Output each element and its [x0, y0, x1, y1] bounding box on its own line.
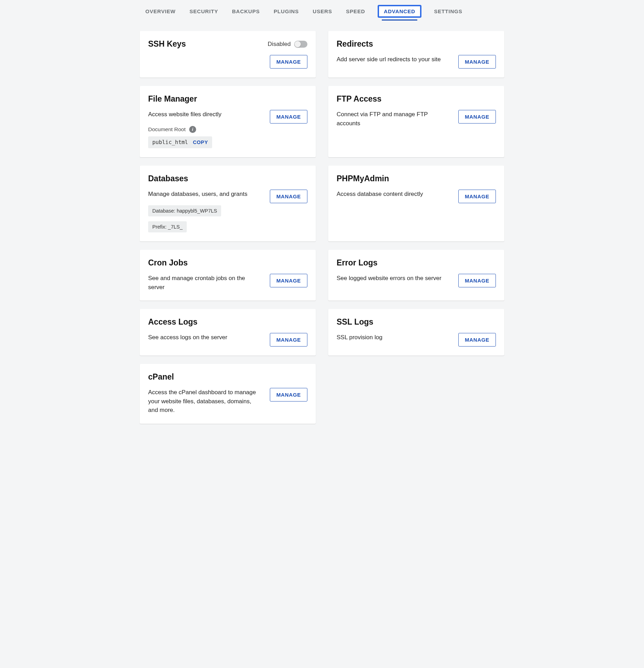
card-access-logs: Access Logs See access logs on the serve…	[140, 309, 316, 356]
database-prefix-chip: Prefix: _7LS_	[148, 221, 187, 232]
tab-bar: OVERVIEW SECURITY BACKUPS PLUGINS USERS …	[140, 0, 504, 21]
cron-manage-button[interactable]: MANAGE	[270, 274, 307, 287]
card-description: See and manage crontab jobs on the serve…	[148, 274, 263, 292]
card-cpanel: cPanel Access the cPanel dashboard to ma…	[140, 364, 316, 424]
document-root-value: public_html	[152, 139, 188, 145]
tab-speed[interactable]: SPEED	[345, 6, 367, 16]
card-file-manager: File Manager Access website files direct…	[140, 86, 316, 157]
card-title: Databases	[148, 174, 188, 183]
ssh-toggle-group: Disabled	[268, 41, 307, 48]
tab-users[interactable]: USERS	[311, 6, 333, 16]
card-ftp-access: FTP Access Connect via FTP and manage FT…	[328, 86, 504, 157]
document-root-label: Document Root	[148, 126, 186, 133]
card-description: Access database content directly	[337, 190, 423, 199]
cpanel-manage-button[interactable]: MANAGE	[270, 388, 307, 401]
card-title: SSH Keys	[148, 39, 186, 49]
card-title: Cron Jobs	[148, 258, 188, 268]
document-root-pill: public_html COPY	[148, 136, 212, 148]
card-title: Error Logs	[337, 258, 378, 268]
ssh-toggle[interactable]	[294, 41, 307, 48]
tab-backups[interactable]: BACKUPS	[231, 6, 261, 16]
card-phpmyadmin: PHPMyAdmin Access database content direc…	[328, 166, 504, 242]
ssh-manage-button[interactable]: MANAGE	[270, 55, 307, 69]
card-description: See access logs on the server	[148, 333, 227, 342]
card-description: See logged website errors on the server	[337, 274, 441, 283]
filemanager-manage-button[interactable]: MANAGE	[270, 110, 307, 124]
ssllogs-manage-button[interactable]: MANAGE	[458, 333, 496, 347]
tab-advanced[interactable]: ADVANCED	[378, 5, 421, 18]
card-title: Access Logs	[148, 317, 198, 327]
card-description: Access the cPanel dashboard to manage yo…	[148, 388, 263, 415]
document-root-row: Document Root i	[148, 126, 263, 133]
card-description: SSL provision log	[337, 333, 383, 342]
card-description: Add server side url redirects to your si…	[337, 55, 441, 64]
copy-button[interactable]: COPY	[193, 140, 208, 145]
card-description: Manage databases, users, and grants	[148, 190, 263, 199]
tab-settings[interactable]: SETTINGS	[433, 6, 464, 16]
phpmyadmin-manage-button[interactable]: MANAGE	[458, 190, 496, 203]
cards-grid: SSH Keys Disabled MANAGE Redirects Add s…	[140, 31, 504, 424]
card-redirects: Redirects Add server side url redirects …	[328, 31, 504, 78]
card-description: Connect via FTP and manage FTP accounts	[337, 110, 451, 128]
card-ssl-logs: SSL Logs SSL provision log MANAGE	[328, 309, 504, 356]
card-error-logs: Error Logs See logged website errors on …	[328, 250, 504, 301]
card-cron-jobs: Cron Jobs See and manage crontab jobs on…	[140, 250, 316, 301]
ftp-manage-button[interactable]: MANAGE	[458, 110, 496, 124]
info-icon[interactable]: i	[189, 126, 196, 133]
card-title: File Manager	[148, 94, 197, 104]
card-databases: Databases Manage databases, users, and g…	[140, 166, 316, 242]
redirects-manage-button[interactable]: MANAGE	[458, 55, 496, 69]
errorlogs-manage-button[interactable]: MANAGE	[458, 274, 496, 287]
card-title: PHPMyAdmin	[337, 174, 389, 183]
tab-plugins[interactable]: PLUGINS	[272, 6, 300, 16]
databases-manage-button[interactable]: MANAGE	[270, 190, 307, 203]
card-title: FTP Access	[337, 94, 381, 104]
accesslogs-manage-button[interactable]: MANAGE	[270, 333, 307, 347]
tab-overview[interactable]: OVERVIEW	[144, 6, 177, 16]
tab-security[interactable]: SECURITY	[188, 6, 219, 16]
card-title: Redirects	[337, 39, 373, 49]
card-title: SSL Logs	[337, 317, 373, 327]
database-name-chip: Database: happybl5_WP7LS	[148, 205, 221, 216]
card-description: Access website files directly	[148, 110, 263, 119]
ssh-toggle-label: Disabled	[268, 41, 291, 48]
card-ssh-keys: SSH Keys Disabled MANAGE	[140, 31, 316, 78]
card-title: cPanel	[148, 372, 174, 382]
